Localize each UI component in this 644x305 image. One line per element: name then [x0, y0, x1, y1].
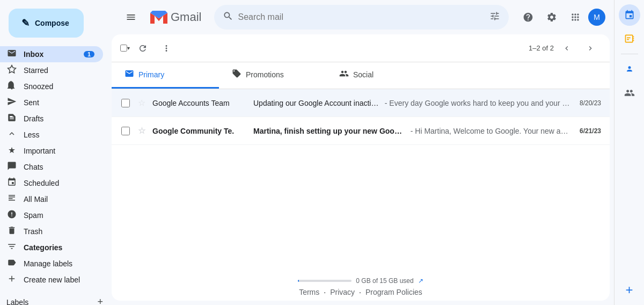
sidebar-item-sent[interactable]: Sent [0, 95, 103, 111]
sidebar-item-label-sent: Sent [24, 98, 94, 107]
more-options-button[interactable] [156, 38, 177, 59]
sidebar-item-label-scheduled: Scheduled [24, 179, 94, 187]
table-row[interactable]: ☆ Google Community Te. Martina, finish s… [112, 117, 610, 145]
tab-primary-label: Primary [138, 70, 164, 79]
menu-icon[interactable] [120, 6, 142, 28]
svg-marker-0 [8, 66, 16, 73]
email-date: 6/21/23 [580, 127, 601, 135]
sidebar-item-starred[interactable]: Starred [0, 62, 103, 78]
footer-links: Terms · Privacy · Program Policies [299, 288, 422, 296]
help-button[interactable] [517, 6, 539, 28]
scheduled-icon [6, 177, 17, 189]
toolbar-left: ▾ [120, 38, 177, 59]
right-panel-add-button[interactable]: + [619, 279, 640, 301]
sidebar-item-trash[interactable]: Trash [0, 223, 103, 239]
trash-icon [6, 226, 17, 237]
sidebar-item-label-snoozed: Snoozed [24, 82, 94, 91]
inbox-icon [6, 48, 17, 60]
tab-primary[interactable]: Primary [112, 62, 219, 89]
tab-social[interactable]: Social [326, 62, 434, 89]
search-icon [223, 11, 233, 24]
right-panel-divider [621, 54, 638, 54]
next-page-button[interactable] [580, 38, 601, 59]
star-icon [6, 64, 17, 76]
compose-button[interactable]: ✎ Compose [9, 9, 84, 38]
snoozed-icon [6, 81, 17, 92]
table-row[interactable]: ☆ Google Accounts Team Updating our Goog… [112, 89, 610, 117]
managelabels-icon [6, 258, 17, 270]
sidebar-item-chats[interactable]: Chats [0, 159, 103, 175]
select-all-checkbox[interactable] [120, 45, 127, 52]
sidebar-item-drafts[interactable]: Drafts [0, 111, 103, 127]
star-button[interactable]: ☆ [135, 98, 148, 108]
email-panel: ▾ 1–2 of 2 [112, 34, 610, 301]
email-sender: Google Accounts Team [152, 99, 249, 107]
right-panel-people-icon[interactable] [619, 82, 640, 104]
sidebar-item-label-chats: Chats [24, 163, 94, 171]
compose-icon: ✎ [21, 17, 30, 29]
sidebar-item-label-managelabels: Manage labels [24, 259, 94, 268]
search-input[interactable] [238, 12, 485, 22]
sidebar-item-scheduled[interactable]: Scheduled [0, 175, 103, 191]
right-panel: + [614, 0, 644, 305]
email-footer: 0 GB of 15 GB used ↗ Terms · Privacy · P… [112, 271, 610, 301]
sidebar-item-categories[interactable]: Categories [0, 239, 103, 256]
email-content: Updating our Google Account inactivity p… [253, 99, 571, 107]
terms-link[interactable]: Terms [299, 288, 319, 296]
sidebar-item-managelabels[interactable]: Manage labels [0, 256, 103, 272]
program-policies-link[interactable]: Program Policies [365, 288, 422, 296]
email-tabs: Primary Promotions Social [112, 62, 610, 89]
topbar: Gmail [112, 0, 614, 34]
email-checkbox[interactable] [121, 99, 130, 107]
sidebar-item-label-important: Important [24, 147, 94, 155]
primary-tab-icon [125, 69, 134, 81]
right-panel-tasks-icon[interactable] [619, 28, 640, 49]
storage-external-link[interactable]: ↗ [418, 277, 423, 285]
separator2: · [359, 288, 361, 296]
spam-icon [6, 209, 17, 221]
right-panel-calendar-icon[interactable] [619, 4, 640, 26]
email-list: ☆ Google Accounts Team Updating our Goog… [112, 89, 610, 271]
gmail-logo: Gmail [150, 10, 201, 24]
inbox-badge: 1 [84, 51, 94, 57]
avatar[interactable]: M [588, 9, 605, 26]
chats-icon [6, 161, 17, 173]
storage-bar-fill [298, 280, 299, 282]
social-tab-icon [339, 69, 349, 81]
sidebar-item-snoozed[interactable]: Snoozed [0, 78, 103, 95]
toolbar-right: 1–2 of 2 [529, 38, 601, 59]
sidebar-item-spam[interactable]: Spam [0, 207, 103, 223]
createnewlabel-icon [6, 274, 17, 286]
sidebar-item-label-categories: Categories [24, 243, 94, 252]
sidebar-item-less[interactable]: Less [0, 127, 103, 143]
labels-add-icon[interactable]: + [97, 296, 103, 305]
sidebar-item-label-less: Less [24, 130, 94, 139]
email-snippet: - Every day Google works hard to keep yo… [383, 99, 571, 107]
settings-button[interactable] [541, 6, 562, 28]
sidebar-item-allmail[interactable]: All Mail [0, 191, 103, 207]
search-filter-icon[interactable] [489, 11, 500, 24]
sidebar-item-label-inbox: Inbox [24, 50, 77, 59]
labels-section-title: Labels [6, 298, 97, 306]
tab-promotions[interactable]: Promotions [219, 62, 326, 89]
select-all-wrapper[interactable]: ▾ [120, 45, 130, 52]
email-checkbox[interactable] [121, 127, 130, 135]
sidebar-item-createnewlabel[interactable]: Create new label [0, 272, 103, 288]
select-chevron-icon[interactable]: ▾ [127, 45, 130, 51]
sidebar-item-label-allmail: All Mail [24, 195, 94, 204]
sent-icon [6, 97, 17, 108]
email-subject: Updating our Google Account inactivity p… [253, 99, 379, 107]
star-button[interactable]: ☆ [135, 126, 148, 136]
sidebar-item-important[interactable]: Important [0, 143, 103, 159]
compose-label: Compose [35, 19, 69, 27]
sidebar-item-inbox[interactable]: Inbox 1 [0, 46, 103, 62]
email-toolbar: ▾ 1–2 of 2 [112, 34, 610, 62]
prev-page-button[interactable] [556, 38, 577, 59]
drafts-icon [6, 113, 17, 125]
refresh-button[interactable] [132, 38, 153, 59]
sidebar: ✎ Compose Inbox 1 Starred [0, 0, 112, 305]
apps-button[interactable] [565, 6, 586, 28]
separator1: · [324, 288, 326, 296]
privacy-link[interactable]: Privacy [330, 288, 355, 296]
right-panel-contacts-icon[interactable] [619, 59, 640, 80]
